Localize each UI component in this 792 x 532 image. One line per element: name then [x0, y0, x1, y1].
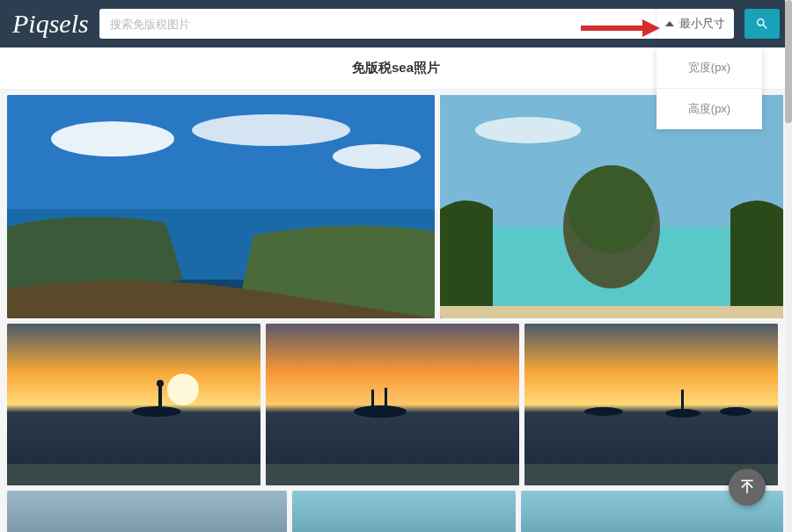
search-input[interactable]	[99, 18, 656, 31]
header: Piqsels 最小尺寸	[0, 0, 792, 47]
svg-point-25	[584, 407, 623, 416]
scrollbar[interactable]	[785, 0, 792, 532]
svg-point-20	[354, 405, 407, 418]
svg-point-5	[333, 144, 421, 169]
gallery-image[interactable]	[7, 491, 287, 532]
brand-logo[interactable]: Piqsels	[12, 9, 89, 39]
search-button[interactable]	[744, 9, 780, 39]
image-gallery	[0, 90, 792, 532]
svg-point-4	[192, 114, 350, 146]
gallery-row	[7, 491, 785, 532]
size-filter-label: 最小尺寸	[679, 16, 725, 32]
svg-rect-18	[7, 464, 260, 485]
svg-point-8	[475, 117, 581, 143]
size-dropdown: 宽度(px) 高度(px)	[656, 47, 762, 129]
svg-marker-1	[642, 19, 660, 37]
gallery-image[interactable]	[524, 324, 778, 485]
svg-rect-13	[7, 324, 260, 485]
size-filter-toggle[interactable]: 最小尺寸	[656, 9, 734, 39]
svg-point-11	[568, 165, 656, 253]
svg-rect-30	[741, 480, 752, 482]
svg-point-15	[132, 406, 181, 417]
svg-point-3	[51, 121, 174, 157]
svg-point-27	[720, 407, 752, 416]
svg-rect-28	[681, 390, 684, 413]
gallery-image[interactable]	[7, 324, 260, 485]
annotation-arrow-icon	[581, 18, 660, 39]
svg-rect-23	[266, 464, 519, 485]
dropdown-width-option[interactable]: 宽度(px)	[656, 47, 762, 89]
gallery-image[interactable]	[292, 491, 516, 532]
gallery-image[interactable]	[7, 95, 435, 318]
triangle-up-icon	[665, 21, 674, 26]
arrow-up-icon	[738, 478, 756, 496]
search-icon	[755, 17, 769, 31]
gallery-row	[7, 324, 785, 485]
svg-rect-12	[440, 306, 783, 318]
svg-rect-19	[266, 324, 519, 485]
scrollbar-thumb[interactable]	[785, 0, 792, 123]
svg-point-17	[157, 380, 164, 387]
svg-rect-21	[371, 390, 374, 412]
svg-rect-22	[385, 388, 387, 412]
svg-rect-16	[158, 385, 162, 412]
gallery-image[interactable]	[266, 324, 519, 485]
svg-rect-24	[524, 324, 778, 485]
dropdown-height-option[interactable]: 高度(px)	[656, 89, 762, 129]
scroll-to-top-button[interactable]	[729, 469, 766, 506]
svg-point-14	[167, 374, 199, 405]
